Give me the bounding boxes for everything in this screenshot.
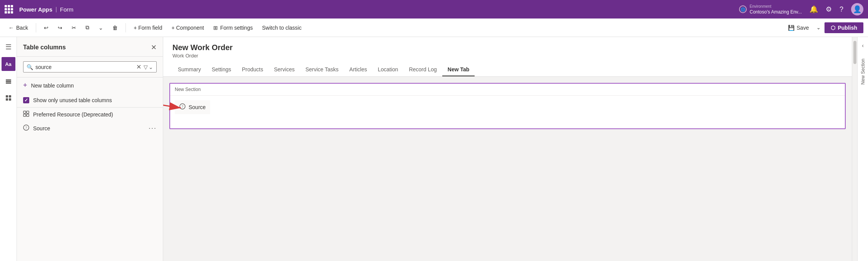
dropdown-arrow-button[interactable]: ⌄ xyxy=(95,23,107,32)
svg-rect-10 xyxy=(27,114,29,116)
tab-location[interactable]: Location xyxy=(372,63,403,76)
component-button[interactable]: + Component xyxy=(167,23,207,32)
right-panel-toggle-button[interactable]: ‹ xyxy=(860,40,866,51)
toolbar-divider-1 xyxy=(36,23,36,32)
right-panel-label[interactable]: New Section xyxy=(860,59,866,84)
svg-rect-6 xyxy=(9,98,11,101)
search-icon: 🔍 xyxy=(27,64,33,70)
svg-rect-3 xyxy=(6,95,8,98)
svg-rect-0 xyxy=(6,79,11,81)
back-button[interactable]: ← Back xyxy=(5,23,32,32)
form-header: New Work Order Work Order Summary Settin… xyxy=(163,37,852,77)
form-settings-label: Form settings xyxy=(220,25,253,31)
form-section[interactable]: New Section ? Source xyxy=(169,83,846,129)
chevron-down-icon: ⌄ xyxy=(99,25,103,31)
publish-button[interactable]: ⬡ Publish xyxy=(825,22,863,33)
search-clear-button[interactable]: ✕ xyxy=(136,63,141,71)
source-field[interactable]: ? Source xyxy=(175,100,210,114)
copy-button[interactable]: ⧉ xyxy=(82,23,93,32)
nav-separator: | xyxy=(55,6,57,12)
help-icon[interactable]: ? xyxy=(840,5,843,13)
list-item-preferred-resource[interactable]: Preferred Resource (Deprecated) xyxy=(17,108,163,121)
svg-rect-2 xyxy=(6,83,11,84)
show-unused-checkbox-row[interactable]: Show only unused table columns xyxy=(17,93,163,108)
section-content: ? Source xyxy=(170,96,845,119)
save-icon: 💾 xyxy=(788,25,794,31)
switch-classic-label: Switch to classic xyxy=(262,25,302,31)
search-input[interactable] xyxy=(35,64,134,70)
top-nav: Power Apps | Form 🌐 Environment Contoso'… xyxy=(0,0,868,19)
source-field-label: Source xyxy=(189,104,206,110)
form-settings-button[interactable]: ⊞ Form settings xyxy=(209,23,257,32)
cut-button[interactable]: ✂ xyxy=(68,23,80,32)
app-name: Power Apps xyxy=(19,6,52,13)
delete-button[interactable]: 🗑 xyxy=(109,23,122,32)
form-canvas: New Work Order Work Order Summary Settin… xyxy=(163,37,852,261)
tab-new-tab[interactable]: New Tab xyxy=(442,63,475,76)
tab-articles[interactable]: Articles xyxy=(344,63,373,76)
bell-icon[interactable]: 🔔 xyxy=(809,5,818,13)
env-text-block: Environment Contoso's Amazing Env... xyxy=(750,4,802,15)
tab-services[interactable]: Services xyxy=(269,63,300,76)
tab-service-tasks[interactable]: Service Tasks xyxy=(300,63,344,76)
show-unused-checkbox[interactable] xyxy=(23,97,29,103)
environment-block[interactable]: 🌐 Environment Contoso's Amazing Env... xyxy=(739,4,802,15)
toolbar-divider-2 xyxy=(125,23,126,32)
top-nav-right: 🌐 Environment Contoso's Amazing Env... 🔔… xyxy=(739,3,863,15)
tab-record-log[interactable]: Record Log xyxy=(403,63,442,76)
scrollbar-thumb[interactable] xyxy=(853,41,856,64)
save-dropdown-button[interactable]: ⌄ xyxy=(814,23,823,32)
scrollbar[interactable] xyxy=(852,37,857,261)
redo-icon: ↪ xyxy=(58,25,62,31)
grid-field-icon xyxy=(23,111,29,118)
avatar[interactable]: 👤 xyxy=(851,3,863,15)
delete-icon: 🗑 xyxy=(112,25,118,31)
sidebar-item-component[interactable] xyxy=(2,91,15,105)
list-item-source[interactable]: ? Source ··· xyxy=(17,121,163,135)
search-filter-button[interactable]: ▽ ⌄ xyxy=(144,64,153,70)
app-grid-icon[interactable] xyxy=(5,5,13,13)
publish-label: Publish xyxy=(838,25,857,31)
form-body: New Section ? Source xyxy=(163,77,852,135)
save-button[interactable]: 💾 Save xyxy=(784,23,813,32)
component-label: + Component xyxy=(171,25,204,31)
panel-header: Table columns ✕ xyxy=(17,37,163,57)
panel-close-button[interactable]: ✕ xyxy=(151,43,157,52)
gear-icon[interactable]: ⚙ xyxy=(826,5,832,13)
tab-summary[interactable]: Summary xyxy=(172,63,206,76)
right-panel: ‹ New Section xyxy=(857,37,868,261)
env-name: Contoso's Amazing Env... xyxy=(750,9,802,15)
main-layout: ☰ Aa Table columns ✕ 🔍 ✕ xyxy=(0,37,868,261)
form-tabs: Summary Settings Products Services Servi… xyxy=(172,63,843,76)
back-arrow-icon: ← xyxy=(8,25,14,31)
new-table-column-button[interactable]: + New table column xyxy=(17,77,163,93)
undo-button[interactable]: ↩ xyxy=(40,23,52,32)
toolbar: ← Back ↩ ↪ ✂ ⧉ ⌄ 🗑 + Form field + Compon… xyxy=(0,19,868,37)
source-more-button[interactable]: ··· xyxy=(149,124,157,132)
svg-rect-7 xyxy=(23,111,26,113)
sidebar-item-text-field[interactable]: Aa xyxy=(2,57,15,71)
switch-classic-button[interactable]: Switch to classic xyxy=(258,23,306,32)
redo-button[interactable]: ↪ xyxy=(54,23,66,32)
form-field-label: + Form field xyxy=(134,25,162,31)
search-bar[interactable]: 🔍 ✕ ▽ ⌄ xyxy=(23,61,157,72)
svg-rect-5 xyxy=(6,98,8,101)
tab-settings[interactable]: Settings xyxy=(206,63,237,76)
toolbar-right: 💾 Save ⌄ ⬡ Publish xyxy=(784,22,863,33)
tab-products[interactable]: Products xyxy=(237,63,269,76)
form-settings-icon: ⊞ xyxy=(213,25,218,31)
form-field-button[interactable]: + Form field xyxy=(130,23,166,32)
sidebar-item-layers[interactable] xyxy=(2,74,15,88)
publish-icon: ⬡ xyxy=(831,25,835,31)
filter-icon: ▽ xyxy=(144,64,148,70)
back-label: Back xyxy=(16,25,28,31)
svg-rect-1 xyxy=(6,81,11,82)
copy-icon: ⧉ xyxy=(85,24,89,31)
show-unused-label: Show only unused table columns xyxy=(33,97,112,103)
svg-rect-4 xyxy=(9,95,11,98)
section-label: New Section xyxy=(170,84,845,96)
env-label: Environment xyxy=(750,4,802,8)
sidebar-item-hamburger[interactable]: ☰ xyxy=(2,40,15,54)
svg-text:?: ? xyxy=(182,104,184,109)
filter-dropdown-icon: ⌄ xyxy=(149,64,153,70)
